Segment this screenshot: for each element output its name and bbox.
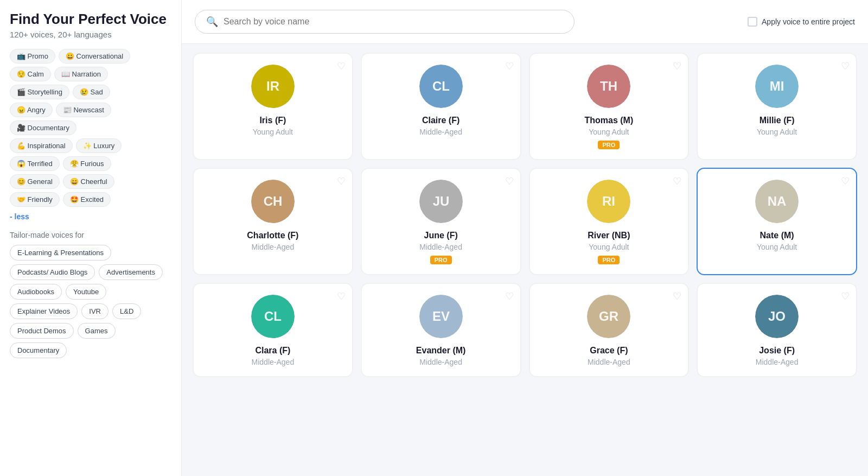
tag-documentary[interactable]: 🎥 Documentary [10,120,76,135]
voice-name: Clara (F) [255,346,290,356]
voice-age: Middle-Aged [419,358,462,366]
avatar: CL [419,65,463,108]
voice-age: Middle-Aged [588,358,630,366]
avatar: NA [755,180,799,223]
tags-section: 📺 Promo😀 Conversational😌 Calm📖 Narration… [10,49,171,221]
avatar: TH [587,65,630,108]
svg-text:JU: JU [432,194,449,208]
heart-button[interactable]: ♡ [673,175,681,187]
heart-button[interactable]: ♡ [673,290,681,302]
voice-card-evander--m-[interactable]: ♡EVEvander (M)Middle-Aged [361,283,521,377]
voice-name: River (NB) [588,231,630,240]
voice-age: Young Adult [757,128,797,136]
use-case-audiobooks[interactable]: Audiobooks [10,284,62,300]
heart-button[interactable]: ♡ [505,60,514,72]
tag-friendly[interactable]: 🤝 Friendly [10,192,60,207]
voice-name: Millie (F) [760,116,795,125]
tailor-label: Tailor-made voices for [10,231,171,239]
page-title: Find Your Perfect Voice [10,11,171,28]
voice-card-thomas--m-[interactable]: ♡THThomas (M)Young AdultPRO [529,53,690,160]
voice-age: Middle-Aged [252,243,295,251]
tag-luxury[interactable]: ✨ Luxury [76,138,122,153]
search-bar[interactable]: 🔍 [195,10,575,34]
voice-card-josie--f-[interactable]: ♡JOJosie (F)Middle-Aged [697,283,857,377]
use-case-games[interactable]: Games [78,323,116,339]
svg-text:JO: JO [768,309,786,323]
voice-age: Young Adult [253,128,293,136]
tag-general[interactable]: 😊 General [10,174,60,189]
tag-angry[interactable]: 😠 Angry [10,103,53,117]
avatar: JU [419,180,463,223]
use-case-l-d[interactable]: L&D [112,303,141,319]
voice-name: Thomas (M) [584,116,633,125]
pro-badge: PRO [430,256,452,264]
heart-button[interactable]: ♡ [841,290,850,302]
tag-excited[interactable]: 🤩 Excited [63,192,111,207]
tag-narration[interactable]: 📖 Narration [54,67,108,81]
voice-card-millie--f-[interactable]: ♡MIMillie (F)Young Adult [697,53,857,160]
tag-inspirational[interactable]: 💪 Inspirational [10,138,73,153]
tag-sad[interactable]: 😢 Sad [73,85,110,99]
tag-cheerful[interactable]: 😄 Cheerful [63,174,114,189]
use-case-advertisements[interactable]: Advertisements [99,264,163,280]
voice-age: Young Adult [589,128,629,136]
avatar: JO [755,295,799,338]
main-area: 🔍 Apply voice to entire project ♡IRIris … [182,0,868,476]
search-icon: 🔍 [206,16,218,28]
voice-card-nate--m-[interactable]: ♡NANate (M)Young Adult [697,168,857,275]
avatar: CL [251,295,295,338]
heart-button[interactable]: ♡ [337,175,346,187]
voice-card-claire--f-[interactable]: ♡CLClaire (F)Middle-Aged [361,53,521,160]
use-case-podcasts--audio-blogs[interactable]: Podcasts/ Audio Blogs [10,264,95,280]
svg-text:MI: MI [770,79,784,93]
voice-card-clara--f-[interactable]: ♡CLClara (F)Middle-Aged [193,283,353,377]
voice-age: Young Adult [757,243,797,251]
voice-card-june--f-[interactable]: ♡JUJune (F)Middle-AgedPRO [361,168,521,275]
tag-promo[interactable]: 📺 Promo [10,49,55,64]
use-case-documentary[interactable]: Documentary [10,342,67,358]
avatar: CH [251,180,295,223]
use-case-ivr[interactable]: IVR [81,303,108,319]
less-link[interactable]: - less [10,212,171,221]
voice-card-grace--f-[interactable]: ♡GRGrace (F)Middle-Aged [529,283,690,377]
tag-furious[interactable]: 😤 Furious [63,156,111,171]
use-case-e-learning---presentations[interactable]: E-Learning & Presentations [10,245,111,261]
heart-button[interactable]: ♡ [673,60,681,72]
tag-newscast[interactable]: 📰 Newscast [56,103,111,117]
voice-card-iris--f-[interactable]: ♡IRIris (F)Young Adult [193,53,353,160]
avatar: RI [587,180,630,223]
search-input[interactable] [224,17,563,27]
voice-card-charlotte--f-[interactable]: ♡CHCharlotte (F)Middle-Aged [193,168,353,275]
sidebar: Find Your Perfect Voice 120+ voices, 20+… [0,0,182,476]
svg-text:RI: RI [602,194,615,208]
heart-button[interactable]: ♡ [337,290,346,302]
use-case-explainer-videos[interactable]: Explainer Videos [10,303,78,319]
heart-button[interactable]: ♡ [337,60,346,72]
voice-age: Young Adult [589,243,629,251]
svg-text:CH: CH [264,194,283,208]
voice-age: Middle-Aged [756,358,799,366]
voice-name: June (F) [424,231,458,240]
voice-grid-container: ♡IRIris (F)Young Adult♡CLClaire (F)Middl… [182,44,868,476]
apply-voice-section: Apply voice to entire project [748,17,855,27]
tag-storytelling[interactable]: 🎬 Storytelling [10,85,69,99]
svg-text:CL: CL [432,79,450,93]
pro-badge: PRO [598,256,620,264]
voice-name: Grace (F) [590,346,628,356]
tag-terrified[interactable]: 😱 Terrified [10,156,60,171]
voice-age: Middle-Aged [419,128,462,136]
heart-button[interactable]: ♡ [505,175,514,187]
apply-voice-checkbox[interactable] [748,17,757,27]
use-case-youtube[interactable]: Youtube [66,284,106,300]
voice-grid: ♡IRIris (F)Young Adult♡CLClaire (F)Middl… [193,53,857,377]
heart-button[interactable]: ♡ [841,60,850,72]
voice-name: Evander (M) [416,346,466,356]
tag-conversational[interactable]: 😀 Conversational [59,49,130,64]
page-subtitle: 120+ voices, 20+ languages [10,30,171,39]
tag-calm[interactable]: 😌 Calm [10,67,51,81]
voice-card-river--nb-[interactable]: ♡RIRiver (NB)Young AdultPRO [529,168,690,275]
use-case-product-demos[interactable]: Product Demos [10,323,74,339]
heart-button[interactable]: ♡ [841,175,850,187]
heart-button[interactable]: ♡ [505,290,514,302]
voice-name: Iris (F) [259,116,286,125]
